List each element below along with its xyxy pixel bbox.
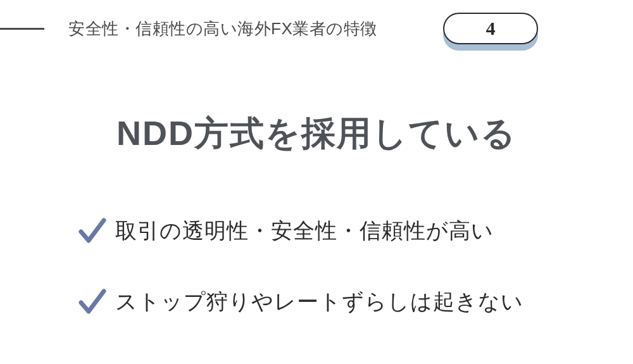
bullet-list: 取引の透明性・安全性・信頼性が高い ストップ狩りやレートずらしは起きない bbox=[76, 215, 523, 357]
check-icon bbox=[76, 215, 108, 247]
header-title: 安全性・信頼性の高い海外FX業者の特徴 bbox=[68, 18, 377, 40]
badge-pill: 4 bbox=[443, 13, 538, 44]
list-item: 取引の透明性・安全性・信頼性が高い bbox=[76, 215, 523, 247]
list-item: ストップ狩りやレートずらしは起きない bbox=[76, 286, 523, 318]
main-title: NDD方式を採用している bbox=[0, 111, 633, 157]
badge-number: 4 bbox=[486, 18, 496, 39]
bullet-text: 取引の透明性・安全性・信頼性が高い bbox=[115, 217, 494, 246]
bullet-text: ストップ狩りやレートずらしは起きない bbox=[115, 287, 523, 317]
check-icon bbox=[76, 286, 108, 318]
slide-header: 安全性・信頼性の高い海外FX業者の特徴 4 bbox=[0, 18, 633, 40]
header-accent-line bbox=[0, 28, 44, 30]
